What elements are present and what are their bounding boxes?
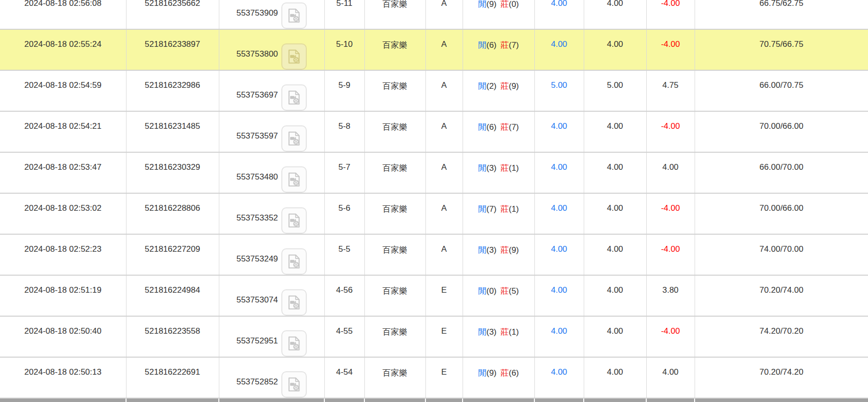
banker-points: (1): [509, 204, 519, 214]
table-row[interactable]: 2024-08-18 02:54:21 521816231485 5537535…: [0, 111, 868, 152]
bet-history-table: 2024-08-18 02:56:08 521816235662 5537539…: [0, 0, 868, 402]
balance-before-after: 66.00/70.00: [695, 152, 868, 193]
banker-label: 莊: [501, 40, 509, 50]
table-code: A: [425, 152, 463, 193]
player-label: 閒: [478, 286, 487, 296]
bet-time: 2024-08-18 02:52:23: [0, 234, 126, 275]
bet-amount-link[interactable]: 4.00: [534, 193, 584, 234]
game-id: 553753909: [236, 8, 278, 18]
win-loss-amount: -4.00: [646, 193, 695, 234]
table-row[interactable]: 2024-08-18 02:55:24 521816233897 5537538…: [0, 29, 868, 70]
banker-points: (1): [509, 163, 519, 173]
table-row[interactable]: 2024-08-18 02:53:02 521816228806 5537533…: [0, 193, 868, 234]
bet-amount-link[interactable]: 4.00: [534, 111, 584, 152]
win-loss-amount: -4.00: [646, 316, 695, 357]
video-replay-button[interactable]: [281, 43, 307, 70]
video-file-icon: [286, 130, 302, 147]
table-row[interactable]: 2024-08-18 02:50:40 521816223558 5537529…: [0, 316, 868, 357]
bet-history-page: 2024-08-18 02:56:08 521816235662 5537539…: [0, 0, 868, 402]
player-points: (3): [487, 327, 497, 337]
table-row[interactable]: 2024-08-18 02:54:59 521816232986 5537536…: [0, 70, 868, 111]
table-code: A: [425, 29, 463, 70]
balance-before-after: 66.00/70.75: [695, 70, 868, 111]
game-result: 閒(2)莊(9): [463, 70, 534, 111]
video-replay-button[interactable]: [281, 289, 307, 316]
table-round: 5-7: [324, 152, 364, 193]
valid-bet-amount: 4.00: [584, 275, 646, 316]
bet-amount-link[interactable]: 4.00: [534, 234, 584, 275]
bet-time: 2024-08-18 02:53:02: [0, 193, 126, 234]
video-file-icon: [286, 48, 302, 65]
win-loss-amount: -4.00: [646, 0, 695, 29]
bet-amount-link[interactable]: 4.00: [534, 29, 584, 70]
bet-amount-link[interactable]: 4.00: [534, 316, 584, 357]
game-name: 百家樂: [364, 275, 425, 316]
game-name: 百家樂: [364, 70, 425, 111]
banker-label: 莊: [501, 122, 509, 132]
game-id-cell: 553753800: [219, 29, 324, 70]
video-replay-button[interactable]: [281, 84, 307, 111]
table-code: E: [425, 357, 463, 398]
table-round: 5-11: [324, 0, 364, 29]
table-row[interactable]: 2024-08-18 02:50:13 521816222691 5537528…: [0, 357, 868, 398]
bet-time: 2024-08-18 02:53:47: [0, 152, 126, 193]
valid-bet-amount: 4.00: [584, 111, 646, 152]
banker-label: 莊: [501, 0, 509, 9]
table-round: 5-5: [324, 234, 364, 275]
table-code: E: [425, 275, 463, 316]
valid-bet-amount: 5.00: [584, 70, 646, 111]
table-round: 5-8: [324, 111, 364, 152]
game-name: 百家樂: [364, 29, 425, 70]
game-id-cell: 553753352: [219, 193, 324, 234]
banker-points: (5): [509, 286, 519, 296]
bet-id: 521816231485: [126, 111, 219, 152]
game-result: 閒(7)莊(1): [463, 193, 534, 234]
video-file-icon: [286, 294, 302, 311]
bet-time: 2024-08-18 02:50:40: [0, 316, 126, 357]
game-name: 百家樂: [364, 111, 425, 152]
video-replay-button[interactable]: [281, 248, 307, 275]
video-replay-button[interactable]: [281, 371, 307, 398]
video-file-icon: [286, 376, 302, 393]
bet-amount-link[interactable]: 4.00: [534, 0, 584, 29]
win-loss-amount: 4.00: [646, 152, 695, 193]
video-replay-button[interactable]: [281, 207, 307, 234]
table-row[interactable]: 2024-08-18 02:52:23 521816227209 5537532…: [0, 234, 868, 275]
valid-bet-amount: 4.00: [584, 234, 646, 275]
player-label: 閒: [478, 245, 487, 255]
table-round: 4-56: [324, 275, 364, 316]
table-row[interactable]: 2024-08-18 02:53:47 521816230329 5537534…: [0, 152, 868, 193]
game-id-cell: 553753597: [219, 111, 324, 152]
table-code: A: [425, 193, 463, 234]
banker-points: (6): [509, 368, 519, 378]
player-points: (0): [487, 286, 497, 296]
bet-id: 521816227209: [126, 234, 219, 275]
table-row[interactable]: 2024-08-18 02:51:19 521816224984 5537530…: [0, 275, 868, 316]
video-file-icon: [286, 253, 302, 270]
game-name: 百家樂: [364, 316, 425, 357]
video-replay-button[interactable]: [281, 330, 307, 357]
table-row[interactable]: 2024-08-18 02:56:08 521816235662 5537539…: [0, 0, 868, 29]
bet-amount-link[interactable]: 4.00: [534, 152, 584, 193]
subtotal-empty-cell: [364, 398, 425, 402]
video-replay-button[interactable]: [281, 125, 307, 152]
game-name: 百家樂: [364, 193, 425, 234]
video-replay-button[interactable]: [281, 166, 307, 193]
game-id-cell: 553752852: [219, 357, 324, 398]
banker-points: (0): [509, 0, 519, 9]
video-replay-button[interactable]: [281, 2, 307, 29]
banker-points: (7): [509, 40, 519, 50]
table-code: A: [425, 70, 463, 111]
player-points: (9): [487, 368, 497, 378]
game-result: 閒(6)莊(7): [463, 111, 534, 152]
win-loss-amount: -4.00: [646, 29, 695, 70]
bet-id: 521816228806: [126, 193, 219, 234]
win-loss-amount: 4.75: [646, 70, 695, 111]
valid-bet-amount: 4.00: [584, 29, 646, 70]
bet-amount-link[interactable]: 4.00: [534, 357, 584, 398]
bet-time: 2024-08-18 02:56:08: [0, 0, 126, 29]
game-id-cell: 553753480: [219, 152, 324, 193]
bet-amount-link[interactable]: 4.00: [534, 275, 584, 316]
player-label: 閒: [478, 0, 487, 9]
bet-amount-link[interactable]: 5.00: [534, 70, 584, 111]
